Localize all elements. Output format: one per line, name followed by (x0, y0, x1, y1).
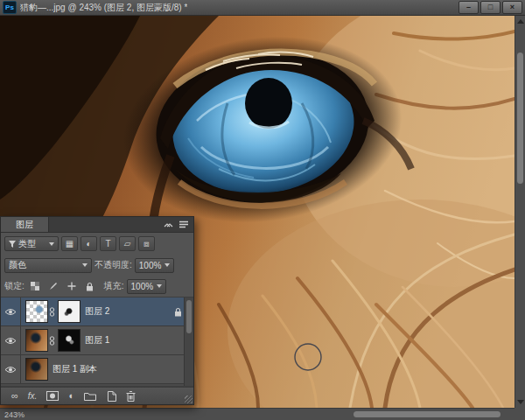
filter-smart-object-icon[interactable]: ⧈ (138, 236, 155, 251)
dropdown-caret-icon (82, 263, 88, 267)
new-group-icon[interactable] (84, 391, 96, 401)
mask-link-icon[interactable] (48, 307, 56, 317)
layer-mask-thumbnail[interactable] (58, 329, 80, 352)
blend-mode-row: 颜色 不透明度: 100% (1, 255, 193, 276)
panel-menu-icon[interactable] (178, 220, 189, 228)
visibility-toggle[interactable] (1, 298, 21, 326)
layer-style-fx-icon[interactable]: fx. (28, 392, 38, 401)
filter-kind-dropdown[interactable]: 类型 (4, 236, 59, 251)
fill-dropdown[interactable]: 100% (127, 279, 166, 294)
funnel-icon (9, 241, 16, 248)
filter-shape-layers-icon[interactable]: ▱ (119, 236, 136, 251)
lock-position-icon[interactable] (64, 279, 80, 294)
dropdown-caret-icon (157, 284, 162, 288)
filter-kind-label: 类型 (18, 238, 36, 250)
layer-thumbnail[interactable] (25, 358, 48, 381)
panel-resize-grip[interactable] (185, 396, 192, 403)
lock-label: 锁定: (4, 280, 24, 292)
minimize-button[interactable]: – (458, 1, 479, 14)
eye-icon (4, 308, 17, 316)
layer-thumbnail[interactable] (25, 329, 48, 352)
layer-thumbnail[interactable] (25, 300, 48, 323)
filter-adjustment-layers-icon[interactable]: ◐ (80, 236, 97, 251)
filter-pixel-layers-icon[interactable]: ▦ (61, 236, 78, 251)
title-bar: Ps 猎豹—...jpg @ 243% (图层 2, 图层蒙版/8) * – □… (0, 0, 525, 16)
maximize-button[interactable]: □ (480, 1, 500, 14)
status-bar: 243% (0, 408, 525, 420)
opacity-dropdown[interactable]: 100% (135, 258, 174, 273)
layer-row-layer-1-copy[interactable]: 图层 1 副本 (1, 355, 193, 384)
add-layer-mask-icon[interactable] (46, 391, 59, 401)
lock-transparent-pixels-icon[interactable] (27, 279, 43, 294)
link-layers-icon[interactable]: ∞ (11, 391, 18, 401)
fill-value: 100% (131, 282, 154, 291)
photoshop-window: Ps 猎豹—...jpg @ 243% (图层 2, 图层蒙版/8) * – □… (0, 0, 525, 420)
layer-name[interactable]: 图层 1 (85, 334, 109, 346)
lock-all-icon[interactable] (82, 279, 98, 294)
photoshop-app-icon: Ps (3, 1, 17, 14)
dropdown-caret-icon (164, 263, 170, 267)
layer-list-scrollbar[interactable] (184, 298, 193, 386)
mask-link-icon[interactable] (48, 336, 56, 346)
vertical-scrollbar[interactable] (514, 16, 525, 408)
horizontal-scroll-thumb[interactable] (354, 411, 500, 417)
visibility-toggle[interactable] (1, 355, 21, 383)
opacity-label: 不透明度: (94, 259, 132, 271)
scroll-down-icon[interactable] (517, 400, 524, 404)
blend-mode-value: 颜色 (9, 259, 26, 271)
lock-row: 锁定: 填充: 100% (1, 276, 193, 297)
lock-image-pixels-icon[interactable] (46, 279, 61, 294)
collapse-panel-icon[interactable] (163, 221, 173, 228)
layer-list: 图层 2 图层 1 (1, 297, 193, 387)
layer-row-layer-1[interactable]: 图层 1 (1, 326, 193, 355)
scrollbar-corner (514, 408, 525, 420)
layer-mask-thumbnail[interactable] (58, 300, 80, 323)
new-layer-icon[interactable] (106, 391, 116, 402)
layer-row-layer-2[interactable]: 图层 2 (1, 298, 193, 326)
eye-icon (4, 366, 17, 374)
delete-layer-icon[interactable] (126, 391, 136, 402)
layer-filter-row: 类型 ▦ ◐ T ▱ ⧈ (1, 233, 193, 255)
tab-layers[interactable]: 图层 (1, 217, 49, 232)
new-adjustment-layer-icon[interactable]: ◐ (68, 391, 74, 401)
visibility-toggle[interactable] (1, 326, 21, 354)
layer-name[interactable]: 图层 2 (85, 305, 109, 318)
layer-lock-icon (174, 307, 182, 317)
zoom-level[interactable]: 243% (4, 410, 24, 419)
filter-type-layers-icon[interactable]: T (100, 236, 116, 251)
document-title: 猎豹—...jpg @ 243% (图层 2, 图层蒙版/8) * (20, 2, 187, 14)
close-button[interactable]: × (502, 1, 522, 14)
scroll-up-icon[interactable] (517, 19, 524, 24)
eye-icon (4, 337, 17, 345)
panel-tab-bar: 图层 (1, 217, 193, 233)
layer-list-scroll-thumb[interactable] (186, 300, 192, 333)
layers-panel: 图层 类型 ▦ ◐ T ▱ ⧈ (0, 216, 194, 405)
fill-label: 填充: (104, 280, 124, 292)
blend-mode-dropdown[interactable]: 颜色 (4, 258, 92, 273)
dropdown-caret-icon (49, 242, 54, 246)
window-controls: – □ × (458, 1, 525, 14)
layers-panel-footer: ∞ fx. ◐ (1, 387, 193, 404)
opacity-value: 100% (139, 261, 162, 270)
vertical-scroll-thumb[interactable] (517, 52, 523, 184)
layer-name[interactable]: 图层 1 副本 (52, 363, 97, 375)
